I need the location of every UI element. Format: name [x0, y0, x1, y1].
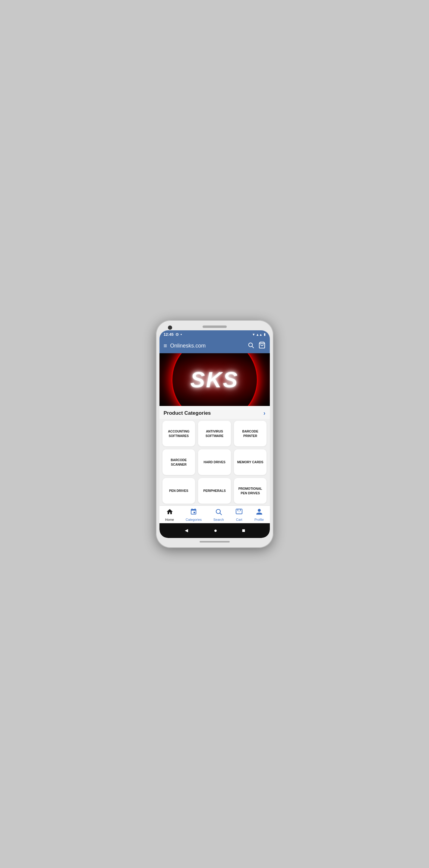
nav-categories-label: Categories — [186, 518, 202, 521]
cart-nav-icon — [236, 508, 243, 517]
status-circle-icon: ⊙ — [176, 332, 179, 337]
nav-search-label: Search — [213, 518, 224, 521]
status-sim-icon: ▪ — [181, 332, 182, 337]
nav-profile-label: Profile — [254, 518, 264, 521]
category-card-8[interactable]: PERIPHERALS — [198, 478, 231, 504]
android-back-button[interactable]: ◄ — [184, 527, 189, 534]
hero-banner: SKS — [159, 353, 270, 406]
search-header-icon[interactable] — [247, 342, 254, 350]
nav-search[interactable]: Search — [213, 508, 224, 521]
category-card-label-4: BARCODE SCANNER — [164, 458, 193, 467]
category-card-label-9: PROMOTIONAL PEN DRIVES — [236, 487, 265, 495]
phone-bottom-bar — [159, 541, 270, 542]
category-card-label-5: HARD DRIVES — [204, 460, 225, 464]
phone-screen: 12:45 ⊙ ▪ ▾ ▲▲ ▮ ≡ Onlinesks.com — [159, 330, 270, 538]
category-card-5[interactable]: HARD DRIVES — [198, 450, 231, 475]
bottom-nav: Home Categories Search — [159, 505, 270, 523]
status-bar-right: ▾ ▲▲ ▮ — [253, 332, 266, 337]
android-home-button[interactable]: ● — [214, 527, 217, 534]
category-card-1[interactable]: ACCOUNTING SOFTWARES — [162, 421, 195, 446]
section-title: Product Categories — [164, 410, 211, 416]
nav-profile[interactable]: Profile — [254, 508, 264, 521]
product-categories-header: Product Categories › — [159, 406, 270, 419]
category-card-label-8: PERIPHERALS — [203, 489, 226, 493]
nav-categories[interactable]: Categories — [186, 508, 202, 521]
cart-header-icon[interactable] — [258, 341, 266, 350]
category-card-label-2: ANTIVIRUS SOFTWARE — [200, 429, 229, 438]
category-card-2[interactable]: ANTIVIRUS SOFTWARE — [198, 421, 231, 446]
status-bar: 12:45 ⊙ ▪ ▾ ▲▲ ▮ — [159, 330, 270, 338]
header-title: Onlinesks.com — [170, 343, 206, 349]
camera-dot — [168, 326, 172, 330]
wifi-icon: ▾ — [253, 332, 255, 337]
signal-icon: ▲▲ — [256, 333, 263, 336]
home-icon — [166, 508, 173, 517]
categories-icon — [190, 508, 197, 517]
speaker-bar — [203, 326, 227, 328]
hamburger-menu-icon[interactable]: ≡ — [164, 342, 167, 349]
section-arrow[interactable]: › — [264, 410, 266, 416]
header: ≡ Onlinesks.com — [159, 338, 270, 353]
android-nav-bar: ◄ ● ■ — [159, 523, 270, 538]
profile-nav-icon — [256, 508, 263, 517]
phone-shell: 12:45 ⊙ ▪ ▾ ▲▲ ▮ ≡ Onlinesks.com — [156, 320, 273, 548]
nav-cart-label: Cart — [236, 518, 242, 521]
category-card-6[interactable]: MEMORY CARDS — [234, 450, 267, 475]
category-card-4[interactable]: BARCODE SCANNER — [162, 450, 195, 475]
nav-home[interactable]: Home — [165, 508, 174, 521]
header-right — [247, 341, 266, 350]
category-card-label-6: MEMORY CARDS — [237, 460, 264, 464]
search-nav-icon — [215, 508, 222, 517]
category-card-3[interactable]: BARCODE PRINTER — [234, 421, 267, 446]
battery-icon: ▮ — [264, 333, 266, 336]
category-card-label-3: BARCODE PRINTER — [236, 429, 265, 438]
category-card-7[interactable]: PEN DRIVES — [162, 478, 195, 504]
nav-home-label: Home — [165, 518, 174, 521]
svg-line-4 — [220, 513, 222, 515]
svg-line-1 — [252, 346, 253, 348]
header-left: ≡ Onlinesks.com — [164, 342, 206, 349]
home-indicator — [200, 541, 230, 542]
category-card-label-7: PEN DRIVES — [169, 489, 188, 493]
hero-text: SKS — [190, 367, 239, 392]
phone-top-bar — [159, 326, 270, 328]
status-bar-left: 12:45 ⊙ ▪ — [164, 332, 182, 337]
nav-cart[interactable]: Cart — [236, 508, 243, 521]
status-time: 12:45 — [164, 332, 174, 337]
category-card-9[interactable]: PROMOTIONAL PEN DRIVES — [234, 478, 267, 504]
android-recent-button[interactable]: ■ — [242, 527, 245, 534]
category-card-label-1: ACCOUNTING SOFTWARES — [164, 429, 193, 438]
category-grid: ACCOUNTING SOFTWARESANTIVIRUS SOFTWAREBA… — [159, 419, 270, 505]
